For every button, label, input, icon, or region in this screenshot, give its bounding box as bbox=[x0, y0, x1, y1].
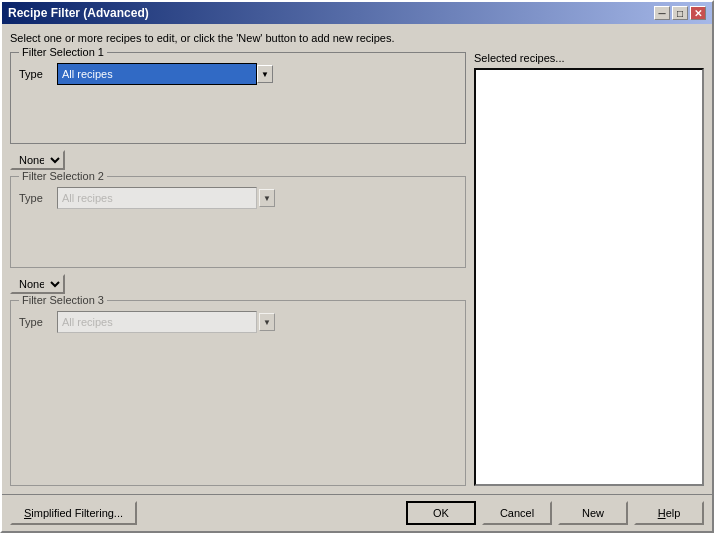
instruction-text: Select one or more recipes to edit, or c… bbox=[10, 32, 704, 44]
new-button[interactable]: New bbox=[558, 501, 628, 525]
selected-recipes-box bbox=[474, 68, 704, 486]
filter3-label: Filter Selection 3 bbox=[19, 294, 107, 306]
title-bar-controls: ─ □ ✕ bbox=[654, 6, 706, 20]
selected-recipes-label: Selected recipes... bbox=[474, 52, 704, 64]
connector1-select[interactable]: None And Or bbox=[10, 150, 65, 170]
filter3-type-dropdown[interactable]: All recipes bbox=[57, 311, 257, 333]
close-button[interactable]: ✕ bbox=[690, 6, 706, 20]
filter1-label: Filter Selection 1 bbox=[19, 46, 107, 58]
filter2-label: Filter Selection 2 bbox=[19, 170, 107, 182]
filter-group-2: Filter Selection 2 Type All recipes ▼ bbox=[10, 176, 466, 268]
bottom-right-buttons: OK Cancel New Help bbox=[406, 501, 704, 525]
minimize-button[interactable]: ─ bbox=[654, 6, 670, 20]
title-bar: Recipe Filter (Advanced) ─ □ ✕ bbox=[2, 2, 712, 24]
simplified-filtering-button[interactable]: Simplified Filtering... bbox=[10, 501, 137, 525]
cancel-button[interactable]: Cancel bbox=[482, 501, 552, 525]
filter2-type-dropdown[interactable]: All recipes bbox=[57, 187, 257, 209]
bottom-left-buttons: Simplified Filtering... bbox=[10, 501, 137, 525]
filter3-dropdown-arrow[interactable]: ▼ bbox=[259, 313, 275, 331]
filter3-type-label: Type bbox=[19, 316, 49, 328]
connector2-row: None And Or bbox=[10, 274, 466, 294]
window-body: Select one or more recipes to edit, or c… bbox=[2, 24, 712, 494]
filter1-type-label: Type bbox=[19, 68, 49, 80]
cancel-label: Cancel bbox=[500, 507, 534, 519]
right-panel: Selected recipes... bbox=[474, 52, 704, 486]
connector2-select[interactable]: None And Or bbox=[10, 274, 65, 294]
filter2-row: Type All recipes ▼ bbox=[19, 187, 457, 209]
connector1-row: None And Or bbox=[10, 150, 466, 170]
new-label: New bbox=[582, 507, 604, 519]
filter-group-3: Filter Selection 3 Type All recipes ▼ bbox=[10, 300, 466, 486]
filter-group-1: Filter Selection 1 Type All recipes ▼ bbox=[10, 52, 466, 144]
window-title: Recipe Filter (Advanced) bbox=[8, 6, 149, 20]
left-panel: Filter Selection 1 Type All recipes ▼ bbox=[10, 52, 466, 486]
filter1-row: Type All recipes ▼ bbox=[19, 63, 457, 85]
help-label: Help bbox=[658, 507, 681, 519]
filter1-type-dropdown[interactable]: All recipes bbox=[57, 63, 257, 85]
bottom-bar: Simplified Filtering... OK Cancel New He… bbox=[2, 494, 712, 531]
maximize-button[interactable]: □ bbox=[672, 6, 688, 20]
main-window: Recipe Filter (Advanced) ─ □ ✕ Select on… bbox=[0, 0, 714, 533]
main-content: Filter Selection 1 Type All recipes ▼ bbox=[10, 52, 704, 486]
ok-button[interactable]: OK bbox=[406, 501, 476, 525]
filter2-type-label: Type bbox=[19, 192, 49, 204]
help-button[interactable]: Help bbox=[634, 501, 704, 525]
simplified-filtering-label: Simplified Filtering... bbox=[24, 507, 123, 519]
filter2-dropdown-arrow[interactable]: ▼ bbox=[259, 189, 275, 207]
filter3-row: Type All recipes ▼ bbox=[19, 311, 457, 333]
ok-label: OK bbox=[433, 507, 449, 519]
filter1-dropdown-arrow[interactable]: ▼ bbox=[257, 65, 273, 83]
